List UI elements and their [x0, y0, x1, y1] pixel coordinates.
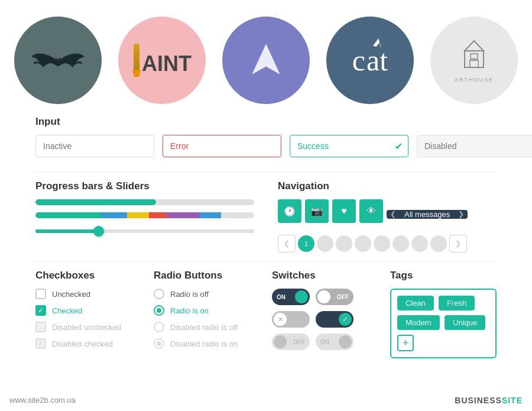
- switch-disabled-on-label: ON: [320, 339, 329, 345]
- radio-off[interactable]: Radio is off: [154, 289, 260, 299]
- page-dot-6[interactable]: [392, 235, 409, 252]
- success-check-icon: ✔: [395, 141, 403, 152]
- input-success-wrapper: ✔: [290, 135, 408, 157]
- switch-off-label: OFF: [337, 294, 349, 300]
- checkbox-box-unchecked[interactable]: [35, 289, 46, 299]
- radio-section: Radio Buttons Radio is off Radio is on D…: [154, 270, 260, 358]
- input-success[interactable]: [290, 135, 408, 157]
- input-title: Input: [35, 116, 497, 128]
- radio-disabled-off: Disabled radio is off: [154, 322, 260, 332]
- radio-circle-disabled-off: [154, 322, 164, 332]
- footer-url: www.site2b.com.ua: [9, 396, 76, 405]
- slider[interactable]: [35, 225, 254, 237]
- switches-title: Switches: [272, 270, 378, 281]
- page-dot-5[interactable]: [374, 235, 390, 252]
- page-dot-1[interactable]: 1: [298, 235, 314, 252]
- nav-messages-button[interactable]: ❮ All messages ❯: [387, 210, 468, 219]
- slider-thumb[interactable]: [93, 226, 104, 237]
- input-inactive[interactable]: [35, 135, 154, 157]
- checkbox-box-checked[interactable]: ✓: [35, 305, 46, 316]
- progress-fill-2: [35, 212, 254, 218]
- nav-icon-clock[interactable]: 🕐: [278, 199, 301, 223]
- footer: www.site2b.com.ua BUSINESSSITE: [0, 396, 532, 405]
- radio-circle-on[interactable]: [154, 305, 164, 316]
- switch-off[interactable]: OFF: [316, 289, 353, 305]
- logo-cat: c a t: [326, 17, 414, 104]
- checkbox-label-disabled-unchecked: Disabled unchecked: [52, 323, 121, 332]
- page-next-button[interactable]: ❯: [449, 235, 467, 253]
- radio-circle-disabled-on: [154, 338, 164, 349]
- switch-disabled-off: OFF: [272, 334, 310, 350]
- radio-label-on: Radio is on: [170, 306, 209, 315]
- radio-label-disabled-on: Disabled radio is on: [170, 339, 238, 348]
- switch-disabled-off-thumb: [274, 335, 287, 348]
- radio-on[interactable]: Radio is on: [154, 305, 260, 316]
- checkbox-disabled-unchecked: Disabled unchecked: [35, 322, 142, 332]
- svg-marker-1: [252, 44, 280, 74]
- page-dot-7[interactable]: [411, 235, 428, 252]
- nav-icon-eye[interactable]: 👁: [359, 199, 383, 223]
- nav-icon-camera[interactable]: 📷: [305, 199, 329, 223]
- cat-text: c: [352, 46, 366, 75]
- nav-prev-icon: ❮: [390, 210, 396, 218]
- page-dot-2[interactable]: [317, 235, 333, 252]
- tag-fresh[interactable]: Fresh: [439, 296, 475, 310]
- progress-section: Progress bars & Sliders: [35, 180, 254, 253]
- checkboxes-title: Checkboxes: [35, 270, 142, 281]
- svg-marker-3: [465, 41, 484, 51]
- arthouse-label: ARTHOUSE: [455, 77, 494, 83]
- arthouse-icon: [459, 38, 489, 75]
- checkbox-checked[interactable]: ✓ Checked: [35, 305, 142, 316]
- radio-title: Radio Buttons: [154, 270, 260, 281]
- nav-messages-label: All messages: [398, 210, 456, 219]
- radio-disabled-on: Disabled radio is on: [154, 338, 260, 349]
- logos-row: AINT c a t: [0, 0, 532, 116]
- cat-t: t: [379, 46, 388, 75]
- navigation-section: Navigation 🕐 📷 ♥ 👁 ❮ All messages ❯ ❮: [278, 180, 497, 253]
- checkbox-box-disabled-unchecked: [35, 322, 46, 332]
- radio-inner-on: [157, 308, 161, 313]
- progress-bar-2: [35, 212, 254, 218]
- middle-section: Progress bars & Sliders: [35, 180, 497, 253]
- switch-off-thumb: [317, 290, 330, 303]
- switch-x-thumb: ✕: [274, 313, 287, 326]
- switch-check-thumb: ✓: [339, 313, 352, 326]
- navigation-title: Navigation: [278, 180, 497, 192]
- pagination-row: ❮ 1 ❯: [278, 235, 497, 253]
- radio-label-disabled-off: Disabled radio is off: [170, 323, 238, 332]
- radio-label-off: Radio is off: [170, 290, 209, 299]
- checkbox-label-disabled-checked: Disabled checked: [52, 339, 113, 348]
- page-dot-3[interactable]: [336, 235, 352, 252]
- logo-bat: [14, 17, 102, 104]
- logo-paint: AINT: [118, 17, 206, 104]
- switch-disabled-on-thumb: [339, 335, 352, 348]
- tag-unique[interactable]: Unique: [445, 315, 485, 330]
- slider-fill: [35, 229, 101, 233]
- switch-on-label: ON: [277, 294, 286, 300]
- page-dot-8[interactable]: [430, 235, 447, 252]
- paint-text: AINT: [142, 53, 192, 75]
- checkboxes-section: Checkboxes Unchecked ✓ Checked Disabled …: [35, 270, 142, 358]
- tag-add-button[interactable]: +: [397, 335, 414, 351]
- slider-track: [35, 229, 254, 233]
- tag-modern[interactable]: Modern: [397, 315, 440, 330]
- input-error[interactable]: [163, 135, 281, 157]
- nav-icon-heart[interactable]: ♥: [332, 199, 356, 223]
- progress-bar-1: [35, 199, 254, 205]
- svg-point-0: [54, 61, 61, 66]
- footer-brand-accent: SITE: [502, 396, 523, 405]
- nav-next-icon: ❯: [458, 210, 464, 218]
- tag-clean[interactable]: Clean: [397, 296, 434, 310]
- input-row: ✔: [35, 135, 497, 157]
- radio-inner-disabled: [157, 341, 161, 346]
- radio-circle-off[interactable]: [154, 289, 164, 299]
- switch-check[interactable]: ✓: [316, 311, 353, 328]
- input-section: Input ✔: [35, 116, 497, 157]
- checkbox-unchecked[interactable]: Unchecked: [35, 289, 142, 299]
- nav-icon-row: 🕐 📷 ♥ 👁: [278, 199, 383, 223]
- switch-on[interactable]: ON: [272, 289, 310, 305]
- page-dot-4[interactable]: [355, 235, 371, 252]
- page-prev-button[interactable]: ❮: [278, 235, 296, 253]
- switch-x[interactable]: ✕: [272, 311, 310, 328]
- checkbox-box-disabled-checked: ✓: [35, 338, 46, 349]
